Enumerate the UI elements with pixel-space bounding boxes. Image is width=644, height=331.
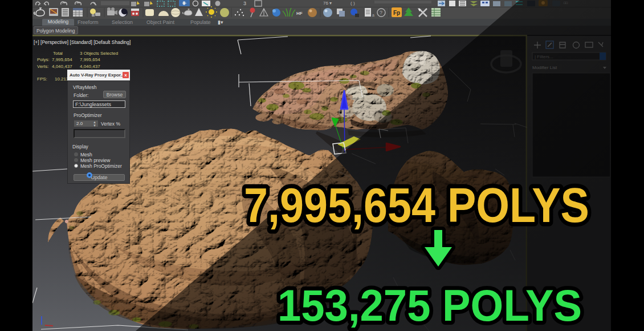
svg-text:7,995,654 POLYS: 7,995,654 POLYS [244,177,589,232]
svg-text:153,275 POLYS: 153,275 POLYS [278,280,582,330]
